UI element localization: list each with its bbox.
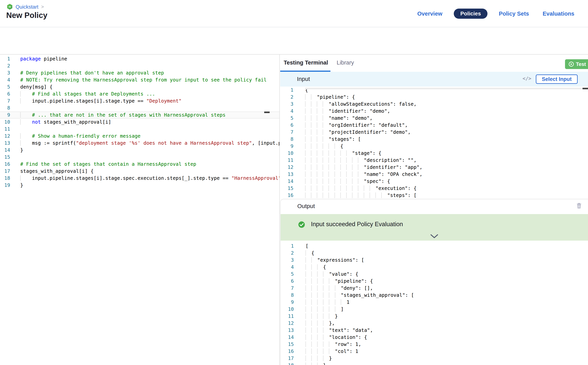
input-json-editor[interactable]: 1{2 "pipeline": {3 "allowStageExecutions… — [280, 87, 588, 199]
code-line: 19} — [0, 182, 279, 189]
code-line: 6 "orgIdentifier": "default", — [280, 122, 588, 129]
code-line: 5 "value": { — [280, 271, 588, 278]
code-line: 5deny[msg] { — [0, 84, 279, 91]
harness-logo-icon: ∞ — [7, 4, 13, 10]
code-line: 2 — [0, 62, 279, 70]
code-line: 12 "identifier": "app", — [280, 164, 588, 171]
tab-library[interactable]: Library — [337, 55, 354, 70]
line-number: 14 — [280, 334, 294, 341]
policy-toolbar: foo Save Discard — [0, 27, 588, 54]
line-number: 13 — [280, 171, 294, 178]
input-scrollbar-thumb[interactable] — [582, 88, 588, 89]
line-number: 5 — [280, 271, 294, 278]
line-number: 1 — [280, 243, 294, 250]
play-circle-icon — [568, 61, 574, 67]
code-line: 14 "spec": { — [280, 178, 588, 185]
output-editor-wrap: 1[2 {3 "expressions": [4 {5 "value": {6 … — [280, 242, 588, 365]
code-line: 7 "deny": [], — [280, 285, 588, 292]
code-line: 16 "steps": [ — [280, 192, 588, 199]
breadcrumb-link-quickstart[interactable]: Quickstart — [16, 4, 38, 10]
code-line: 8 — [0, 105, 279, 112]
line-number: 8 — [280, 292, 294, 299]
line-number: 15 — [280, 341, 294, 348]
code-view-icon[interactable]: </> — [523, 76, 531, 81]
code-line: 7 "projectIdentifier": "demo", — [280, 129, 588, 136]
policy-editor-pane: 1package pipeline23# Deny pipelines that… — [0, 55, 280, 365]
line-number: 16 — [280, 192, 294, 199]
code-line: 8 "stages_with_approval": [ — [280, 292, 588, 299]
breadcrumb-separator: > — [41, 4, 44, 10]
line-number: 4 — [0, 77, 10, 84]
code-line: 6 "pipeline": { — [280, 278, 588, 285]
line-number: 10 — [280, 150, 294, 157]
code-line: 5 "name": "demo", — [280, 115, 588, 122]
line-number: 9 — [280, 299, 294, 306]
nav-tab-policies[interactable]: Policies — [454, 9, 488, 19]
code-line: 3# Deny pipelines that don't have an app… — [0, 70, 279, 77]
line-number: 14 — [280, 178, 294, 185]
line-number: 3 — [0, 70, 10, 77]
code-line: 10 "stage": { — [280, 150, 588, 157]
code-line: 14} — [0, 147, 279, 154]
content-area: 1package pipeline23# Deny pipelines that… — [0, 54, 588, 365]
code-line: 18 input.pipeline.stages[i].stage.spec.e… — [0, 175, 279, 182]
code-line: 9 1 — [280, 299, 588, 306]
code-line: 6 # Find all stages that are Deployments… — [0, 91, 279, 98]
page-header: ∞ Quickstart > New Policy Overview Polic… — [0, 0, 588, 27]
nav-tab-policy-sets[interactable]: Policy Sets — [496, 9, 531, 19]
line-number: 17 — [0, 168, 10, 175]
line-number: 13 — [0, 140, 10, 147]
output-json-editor[interactable]: 1[2 {3 "expressions": [4 {5 "value": {6 … — [280, 243, 588, 365]
banner-message: Input succeeded Policy Evaluation — [311, 221, 403, 228]
input-header: Input </> Select Input — [280, 72, 588, 87]
line-number: 19 — [0, 182, 10, 189]
code-line: 9 # ... that are not in the set of stage… — [0, 112, 279, 119]
policy-code-editor[interactable]: 1package pipeline23# Deny pipelines that… — [0, 55, 279, 189]
svg-text:∞: ∞ — [8, 5, 11, 9]
code-line: 11 — [0, 126, 279, 133]
code-line: 12 }, — [280, 320, 588, 327]
line-number: 4 — [280, 264, 294, 271]
line-number: 11 — [0, 126, 10, 133]
code-line: 2 "pipeline": { — [280, 94, 588, 101]
line-number: 13 — [280, 327, 294, 334]
nav-tab-evaluations[interactable]: Evaluations — [540, 9, 577, 19]
chevron-down-icon[interactable] — [430, 234, 438, 239]
line-number: 15 — [0, 154, 10, 161]
code-line: 15 "execution": { — [280, 185, 588, 192]
test-button-label: Test — [576, 61, 586, 67]
input-horizontal-scrollbar[interactable] — [305, 88, 588, 89]
line-number: 11 — [280, 157, 294, 164]
line-number: 9 — [0, 112, 10, 119]
tab-testing-terminal[interactable]: Testing Terminal — [284, 55, 328, 70]
code-line: 14 "location": { — [280, 334, 588, 341]
nav-tab-overview[interactable]: Overview — [415, 9, 445, 19]
line-number: 8 — [0, 105, 10, 112]
code-line: 4 "identifier": "demo", — [280, 108, 588, 115]
line-number: 3 — [280, 257, 294, 264]
code-line: 15 — [0, 154, 279, 161]
input-title: Input — [297, 76, 310, 82]
code-line: 7 input.pipeline.stages[i].stage.type ==… — [0, 98, 279, 105]
line-number: 4 — [280, 108, 294, 115]
line-number: 7 — [280, 285, 294, 292]
code-line: 8 "stages": [ — [280, 136, 588, 143]
trash-icon[interactable] — [576, 202, 582, 209]
test-button[interactable]: Test — [565, 59, 588, 69]
check-circle-icon — [298, 221, 305, 228]
line-number: 3 — [280, 101, 294, 108]
code-line: 4 { — [280, 264, 588, 271]
line-number: 5 — [0, 84, 10, 91]
code-line: 11 "description": "", — [280, 157, 588, 164]
code-line: 1[ — [280, 243, 588, 250]
line-number: 11 — [280, 313, 294, 320]
code-line: 16 "col": 1 — [280, 348, 588, 355]
output-title: Output — [297, 203, 315, 209]
select-input-button[interactable]: Select Input — [536, 75, 578, 84]
line-number: 8 — [280, 136, 294, 143]
code-line: 10 not stages_with_approval[i] — [0, 119, 279, 126]
code-line: 4# NOTE: Try removing the HarnessApprova… — [0, 77, 279, 84]
line-number: 7 — [280, 129, 294, 136]
top-nav: Overview Policies Policy Sets Evaluation… — [415, 0, 577, 27]
line-number: 5 — [280, 115, 294, 122]
